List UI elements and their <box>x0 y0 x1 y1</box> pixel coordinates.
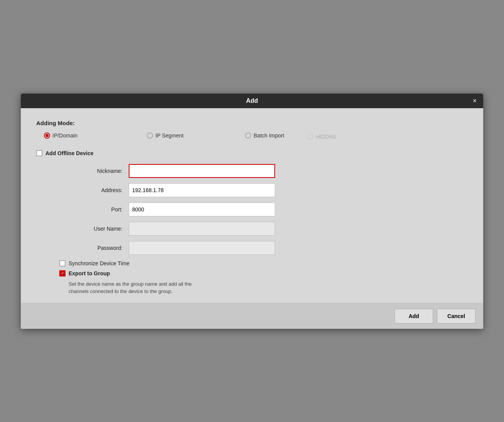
address-input[interactable] <box>129 183 275 197</box>
address-label: Address: <box>59 187 129 193</box>
radio-hiddns-indicator <box>307 134 314 140</box>
sync-time-row[interactable]: Synchronize Device Time <box>36 260 468 266</box>
port-input[interactable] <box>129 203 275 216</box>
export-group-checkbox[interactable] <box>59 270 66 276</box>
radio-batch-import[interactable]: Batch Import <box>245 132 284 139</box>
add-button[interactable]: Add <box>395 309 433 323</box>
dialog-footer: Add Cancel <box>21 303 483 329</box>
radio-batch-import-indicator <box>245 132 251 139</box>
dialog-body: Adding Mode: IP/Domain IP Segment Batch … <box>21 108 483 303</box>
radio-ip-domain-indicator <box>44 132 50 139</box>
password-label: Password: <box>59 245 129 251</box>
nickname-input[interactable] <box>129 164 275 178</box>
username-input[interactable] <box>129 222 275 236</box>
export-group-description: Set the device name as the group name an… <box>36 280 468 295</box>
sync-time-checkbox[interactable] <box>59 260 66 266</box>
export-group-row[interactable]: Export to Group <box>36 270 468 276</box>
export-group-label: Export to Group <box>69 270 110 276</box>
dialog-title: Add <box>246 97 258 104</box>
address-row: Address: <box>59 183 468 197</box>
add-offline-row[interactable]: Add Offline Device <box>36 150 468 156</box>
password-input[interactable] <box>129 241 275 255</box>
radio-ip-segment-indicator <box>147 132 153 139</box>
radio-ip-domain-label: IP/Domain <box>52 132 77 139</box>
cancel-button[interactable]: Cancel <box>437 309 475 323</box>
close-button[interactable]: × <box>471 97 479 105</box>
add-offline-checkbox[interactable] <box>36 150 42 156</box>
export-group-desc-line1: Set the device name as the group name an… <box>69 281 192 287</box>
radio-batch-import-label: Batch Import <box>254 132 284 139</box>
form-area: Nickname: Address: Port: User Name: Pass… <box>36 164 468 255</box>
port-row: Port: <box>59 203 468 216</box>
dialog-header: Add × <box>21 94 483 108</box>
add-dialog: Add × Adding Mode: IP/Domain IP Segment <box>21 94 483 329</box>
radio-ip-domain[interactable]: IP/Domain <box>44 132 77 139</box>
username-row: User Name: <box>59 222 468 236</box>
add-offline-label: Add Offline Device <box>45 150 93 156</box>
adding-mode-label: Adding Mode: <box>36 120 468 126</box>
nickname-row: Nickname: <box>59 164 468 178</box>
radio-ip-segment-label: IP Segment <box>155 132 183 139</box>
export-group-desc-line2: channels connected to the device to the … <box>69 288 173 294</box>
adding-mode-group: IP/Domain IP Segment Batch Import HiDDNS <box>36 132 468 141</box>
radio-hiddns-label: HiDDNS <box>316 134 336 140</box>
sync-time-label: Synchronize Device Time <box>69 260 129 266</box>
username-label: User Name: <box>59 226 129 232</box>
nickname-label: Nickname: <box>59 168 129 174</box>
port-label: Port: <box>59 206 129 213</box>
radio-ip-segment[interactable]: IP Segment <box>147 132 183 139</box>
radio-hiddns[interactable]: HiDDNS <box>307 132 336 141</box>
password-row: Password: <box>59 241 468 255</box>
